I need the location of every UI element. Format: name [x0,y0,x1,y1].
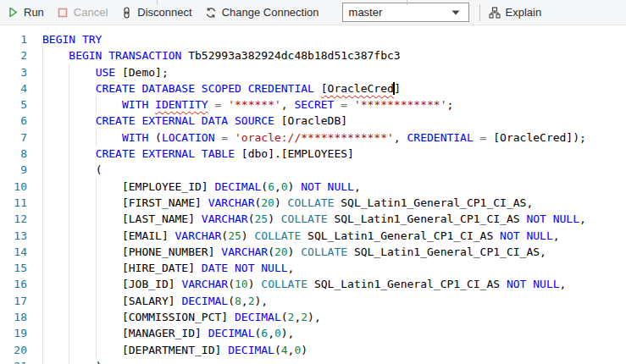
code-line[interactable]: 14 [PHONE_NUMBER] VARCHAR(20) COLLATE SQ… [0,244,626,260]
line-number: 10 [0,179,27,195]
code-text: [LAST_NAME] VARCHAR(25) COLLATE SQL_Lati… [42,211,586,227]
line-number: 4 [0,80,27,97]
line-number: 7 [0,130,27,146]
line-number: 18 [0,309,27,325]
run-label: Run [24,6,44,19]
disconnect-label: Disconnect [137,6,191,19]
circular-arrows-icon [205,6,218,19]
code-text: [EMAIL] VARCHAR(25) COLLATE SQL_Latin1_G… [42,228,560,244]
line-number: 11 [0,195,27,211]
code-text: BEGIN TRANSACTION Tb52993a382924dc48b18d… [42,47,401,63]
line-number: 8 [0,146,27,162]
line-number: 14 [0,244,27,260]
code-line[interactable]: 2 BEGIN TRANSACTION Tb52993a382924dc48b1… [0,47,626,63]
chain-link-icon [120,6,133,19]
line-number: 9 [0,162,27,178]
explain-label: Explain [506,6,542,19]
code-line[interactable]: 20 [DEPARTMENT_ID] DECIMAL(4,0) [0,342,626,358]
line-number: 13 [0,228,27,244]
line-number: 21 [0,358,27,364]
editor-lines: 1BEGIN TRY2 BEGIN TRANSACTION Tb52993a38… [0,31,626,364]
code-text: [JOB_ID] VARCHAR(10) COLLATE SQL_Latin1_… [42,276,566,292]
code-line[interactable]: 17 [SALARY] DECIMAL(8,2), [0,293,626,309]
code-text: USE [Demo]; [42,64,169,80]
code-text: [DEPARTMENT_ID] DECIMAL(4,0) [42,342,307,358]
code-text: [FIRST_NAME] VARCHAR(20) COLLATE SQL_Lat… [42,195,533,211]
line-number: 3 [0,64,27,80]
sql-editor[interactable]: 1BEGIN TRY2 BEGIN TRANSACTION Tb52993a38… [0,25,626,364]
code-text: ( [42,162,102,178]
database-dropdown[interactable]: master [342,3,469,22]
query-toolbar: Run Cancel Disconnect Change [0,0,626,25]
code-text: [PHONE_NUMBER] VARCHAR(20) COLLATE SQL_L… [42,244,546,260]
cancel-label: Cancel [74,6,108,19]
code-line[interactable]: 8 CREATE EXTERNAL TABLE [dbo].[EMPLOYEES… [0,146,626,162]
code-line[interactable]: 12 [LAST_NAME] VARCHAR(25) COLLATE SQL_L… [0,211,626,227]
line-number: 15 [0,260,27,276]
code-text: ) [42,358,102,364]
line-number: 12 [0,211,27,227]
code-text: WITH (LOCATION = 'oracle://*************… [42,130,586,146]
code-line[interactable]: 19 [MANAGER_ID] DECIMAL(6,0), [0,325,626,341]
code-line[interactable]: 5 WITH IDENTITY = '******', SECRET = '**… [0,97,626,113]
code-line[interactable]: 21 ) [0,358,626,364]
cancel-square-icon [57,6,69,19]
code-text: [HIRE_DATE] DATE NOT NULL, [42,260,294,276]
code-text: CREATE EXTERNAL TABLE [dbo].[EMPLOYEES] [42,146,354,162]
code-line[interactable]: 10 [EMPLOYEE_ID] DECIMAL(6,0) NOT NULL, [0,179,626,195]
run-play-icon [7,6,19,19]
code-line[interactable]: 9 ( [0,162,626,178]
line-number: 6 [0,113,27,129]
code-text: WITH IDENTITY = '******', SECRET = '****… [42,97,453,113]
code-text: CREATE EXTERNAL DATA SOURCE [OracleDB] [42,113,347,129]
hierarchy-chart-icon [489,6,501,19]
change-connection-button[interactable]: Change Connection [205,6,319,19]
line-number: 5 [0,97,27,113]
cancel-button: Cancel [57,6,108,19]
line-number: 1 [0,31,27,47]
code-line[interactable]: 16 [JOB_ID] VARCHAR(10) COLLATE SQL_Lati… [0,276,626,292]
run-button[interactable]: Run [7,6,44,19]
code-text: [COMMISSION_PCT] DECIMAL(2,2), [42,309,321,325]
code-line[interactable]: 7 WITH (LOCATION = 'oracle://***********… [0,130,626,146]
caret-down-icon [450,6,463,19]
line-number: 20 [0,342,27,358]
window-artifact-tick [157,0,158,5]
query-editor-window: Run Cancel Disconnect Change [0,0,626,364]
code-line[interactable]: 1BEGIN TRY [0,31,626,47]
code-line[interactable]: 15 [HIRE_DATE] DATE NOT NULL, [0,260,626,276]
line-number: 16 [0,276,27,292]
change-connection-label: Change Connection [222,6,319,19]
code-line[interactable]: 18 [COMMISSION_PCT] DECIMAL(2,2), [0,309,626,325]
code-text: [EMPLOYEE_ID] DECIMAL(6,0) NOT NULL, [42,179,361,195]
code-text: BEGIN TRY [42,31,102,47]
line-number: 17 [0,293,27,309]
toolbar-separator [479,4,480,21]
disconnect-button[interactable]: Disconnect [120,6,191,19]
code-text: CREATE DATABASE SCOPED CREDENTIAL [Oracl… [42,80,401,97]
line-number: 19 [0,325,27,341]
code-text: [SALARY] DECIMAL(8,2), [42,293,268,309]
database-dropdown-value: master [349,6,383,19]
window-artifact-tick [407,0,407,5]
code-line[interactable]: 11 [FIRST_NAME] VARCHAR(20) COLLATE SQL_… [0,195,626,211]
explain-button[interactable]: Explain [489,6,542,19]
code-line[interactable]: 4 CREATE DATABASE SCOPED CREDENTIAL [Ora… [0,80,626,97]
line-number: 2 [0,47,27,63]
code-line[interactable]: 6 CREATE EXTERNAL DATA SOURCE [OracleDB] [0,113,626,129]
code-text: [MANAGER_ID] DECIMAL(6,0), [42,325,294,341]
code-line[interactable]: 3 USE [Demo]; [0,64,626,80]
code-line[interactable]: 13 [EMAIL] VARCHAR(25) COLLATE SQL_Latin… [0,228,626,244]
